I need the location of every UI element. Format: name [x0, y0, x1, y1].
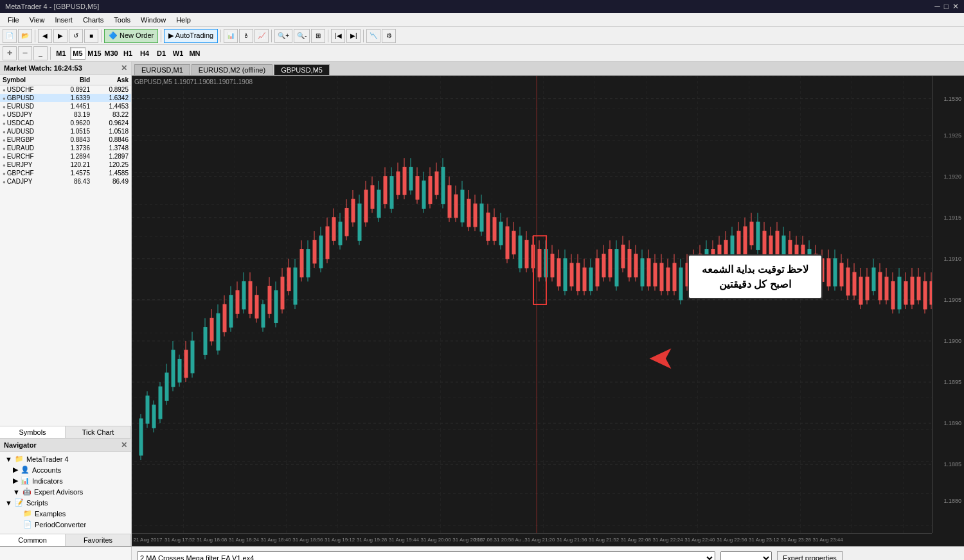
mw-row-usdchf[interactable]: ●USDCHF 0.8921 0.8925	[0, 85, 131, 94]
chart-bar-btn[interactable]: 📊	[224, 29, 238, 43]
period-d1[interactable]: D1	[154, 47, 169, 60]
time-15: 31 Aug 22:08	[621, 537, 651, 543]
price-label-6: 1.1905	[943, 297, 961, 303]
line-btn[interactable]: ─	[18, 46, 32, 60]
expert-type-dropdown[interactable]	[720, 551, 772, 560]
time-17: 31 Aug 22:40	[684, 537, 715, 543]
new-btn[interactable]: 📄	[3, 29, 17, 43]
nav-accounts-icon: 👤	[21, 466, 30, 474]
sep3	[161, 30, 161, 42]
mw-row-gbpusd[interactable]: ●GBPUSD 1.6339 1.6342	[0, 94, 131, 102]
autotrading-button[interactable]: ▶ AutoTrading	[164, 29, 218, 43]
mw-symbol: ●EURGBP	[3, 136, 51, 143]
nav-item-accounts[interactable]: ▶ 👤 Accounts	[0, 464, 131, 475]
price-label-2: 1.1925	[943, 132, 961, 139]
mw-row-audusd[interactable]: ●AUDUSD 1.0515 1.0518	[0, 127, 131, 136]
time-20: 31 Aug 23:28	[781, 537, 811, 543]
stop-btn[interactable]: ■	[84, 29, 98, 43]
chart-tab-eurusd-m2[interactable]: EURUSD,M2 (offline)	[192, 64, 272, 75]
scroll-right-btn[interactable]: ▶|	[346, 29, 361, 43]
mw-symbol: ●CADJPY	[3, 178, 51, 185]
market-watch-title: Market Watch: 16:24:53	[4, 64, 82, 72]
indicator-btn[interactable]: 📉	[366, 29, 380, 43]
new-order-button[interactable]: 🔷 New Order	[104, 29, 158, 43]
nav-item-indicators[interactable]: ▶ 📊 Indicators	[0, 475, 131, 486]
period-mn[interactable]: MN	[187, 47, 202, 60]
menu-file[interactable]: File	[3, 15, 24, 25]
menu-insert[interactable]: Insert	[49, 15, 78, 25]
mw-row-eurgbp[interactable]: ●EURGBP 0.8843 0.8846	[0, 136, 131, 144]
mw-ask: 1.6342	[90, 94, 129, 101]
mw-bid: 1.3736	[51, 144, 90, 152]
open-btn[interactable]: 📂	[18, 29, 32, 43]
menu-view[interactable]: View	[24, 15, 50, 25]
market-watch-close[interactable]: ✕	[121, 64, 127, 73]
mw-row-eurusd[interactable]: ●EURUSD 1.4451 1.4453	[0, 102, 131, 110]
minimize-btn[interactable]: ─	[934, 2, 940, 11]
chart-tab-eurusd-m1[interactable]: EURUSD,M1	[134, 64, 190, 75]
hline-btn[interactable]: ⎯	[33, 46, 48, 60]
mw-row-cadjpy[interactable]: ●CADJPY 86.43 86.49	[0, 177, 131, 186]
tab-tick-chart[interactable]: Tick Chart	[66, 426, 131, 438]
nav-item-examples[interactable]: 📁 Examples	[0, 508, 131, 519]
bottom-section: 2 MA Crosses Mega filter EA V1.ex4 Exper…	[0, 546, 964, 560]
menu-help[interactable]: Help	[171, 15, 196, 25]
tab-symbols[interactable]: Symbols	[0, 426, 66, 438]
left-panel: Market Watch: 16:24:53 ✕ Symbol Bid Ask …	[0, 62, 132, 546]
ea-dropdown[interactable]: 2 MA Crosses Mega filter EA V1.ex4	[137, 551, 715, 560]
menu-tools[interactable]: Tools	[109, 15, 136, 25]
full-btn[interactable]: ⊞	[311, 29, 325, 43]
time-18: 31 Aug 22:56	[717, 537, 747, 543]
mw-row-eurjpy[interactable]: ●EURJPY 120.21 120.25	[0, 161, 131, 169]
close-btn[interactable]: ✕	[952, 2, 959, 11]
navigator-header[interactable]: Navigator ✕	[0, 439, 131, 452]
mw-symbol: ●USDCAD	[3, 119, 51, 127]
crosshair-btn[interactable]: ✛	[3, 46, 17, 60]
refresh-btn[interactable]: ↺	[69, 29, 83, 43]
mw-row-usdcad[interactable]: ●USDCAD 0.9620 0.9624	[0, 119, 131, 127]
zoom-out-btn[interactable]: 🔍-	[294, 29, 310, 43]
mw-row-gbpchf[interactable]: ●GBPCHF 1.4575 1.4585	[0, 169, 131, 177]
nav-accounts-label: Accounts	[32, 466, 61, 474]
maximize-btn[interactable]: □	[944, 2, 949, 11]
nav-item-metatrader4[interactable]: ▼ 📁 MetaTrader 4	[0, 453, 131, 464]
price-label-4: 1.1915	[943, 214, 961, 221]
menu-charts[interactable]: Charts	[78, 15, 109, 25]
period-m5[interactable]: M5	[70, 47, 85, 60]
zoom-in-btn[interactable]: 🔍+	[274, 29, 292, 43]
chart-tab-gbpusd-m5[interactable]: GBPUSD,M5	[274, 64, 330, 75]
col-symbol: Symbol	[3, 76, 51, 83]
scroll-left-btn[interactable]: |◀	[331, 29, 345, 43]
mw-row-euraud[interactable]: ●EURAUD 1.3736 1.3748	[0, 144, 131, 152]
period-w1[interactable]: W1	[170, 47, 186, 60]
back-btn[interactable]: ◀	[38, 29, 52, 43]
menu-window[interactable]: Window	[136, 15, 171, 25]
main-layout: Market Watch: 16:24:53 ✕ Symbol Bid Ask …	[0, 62, 964, 546]
chart-candle-btn[interactable]: 🕯	[239, 29, 253, 43]
nav-item-period-converter[interactable]: 📄 PeriodConverter	[0, 519, 131, 530]
period-h4[interactable]: H4	[137, 47, 152, 60]
nav-tab-favorites[interactable]: Favorites	[66, 534, 131, 546]
period-m15[interactable]: M15	[87, 47, 102, 60]
period-m30[interactable]: M30	[103, 47, 119, 60]
navigator-close[interactable]: ✕	[121, 441, 127, 450]
period-m1[interactable]: M1	[53, 47, 69, 60]
forward-btn[interactable]: ▶	[53, 29, 67, 43]
period-h1[interactable]: H1	[120, 47, 136, 60]
mw-symbol: ●EURJPY	[3, 161, 51, 168]
mw-row-eurchf[interactable]: ●EURCHF 1.2894 1.2897	[0, 152, 131, 161]
time-16: 31 Aug 22:24	[653, 537, 683, 543]
mw-bid: 0.8843	[51, 136, 90, 143]
nav-item-scripts[interactable]: ▼ 📝 Scripts	[0, 497, 131, 508]
mw-symbol: ●GBPCHF	[3, 170, 51, 177]
nav-item-expert-advisors[interactable]: ▼ 🤖 Expert Advisors	[0, 486, 131, 497]
nav-tab-common[interactable]: Common	[0, 534, 66, 546]
chart-info: GBPUSD,M5 1.19071.19081.19071.1908	[134, 78, 253, 85]
period-toolbar: ✛ ─ ⎯ M1 M5 M15 M30 H1 H4 D1 W1 MN	[0, 45, 964, 62]
nav-ea-label: Expert Advisors	[34, 488, 83, 496]
expert-properties-button[interactable]: Expert properties	[777, 551, 843, 560]
settings-btn[interactable]: ⚙	[382, 29, 396, 43]
mw-row-usdjpy[interactable]: ●USDJPY 83.19 83.22	[0, 110, 131, 119]
chart-line-btn[interactable]: 📈	[254, 29, 269, 43]
ea-selector-row: 2 MA Crosses Mega filter EA V1.ex4 Exper…	[132, 547, 964, 560]
